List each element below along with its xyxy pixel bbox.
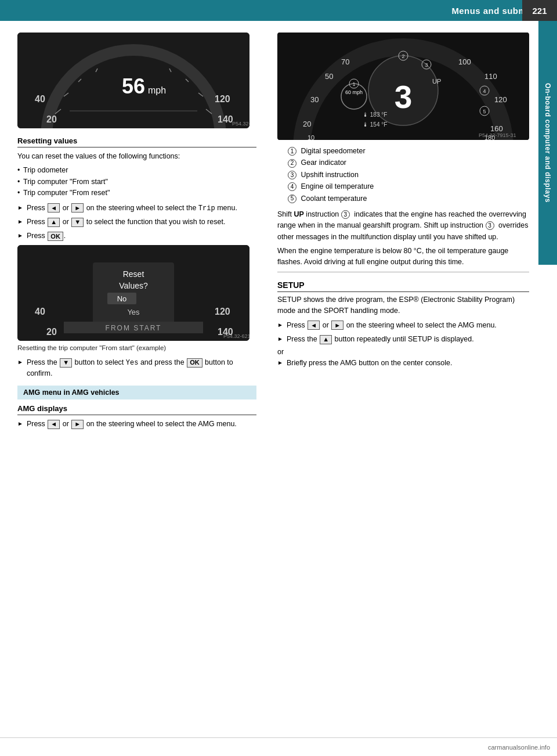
side-tab: On-board computer and displays: [538, 21, 557, 265]
svg-text:No: No: [117, 294, 127, 303]
page-number: 221: [522, 0, 557, 21]
svg-text:70: 70: [341, 57, 349, 66]
svg-text:30: 30: [310, 95, 319, 104]
list-item: Trip computer "From start": [17, 177, 256, 188]
svg-text:mph: mph: [148, 85, 166, 95]
instruction-1-text: Press ◄ or ► on the steering wheel to se…: [27, 203, 256, 214]
svg-text:UP: UP: [432, 78, 441, 85]
setup-final-text: Briefly press the AMG button on the cent…: [287, 358, 529, 369]
svg-text:FROM START: FROM START: [106, 324, 162, 332]
svg-text:120: 120: [494, 95, 507, 104]
footer: carmanualsonline.info: [0, 737, 557, 756]
up-arrow-button-2: ▲: [320, 335, 332, 344]
svg-text:10: 10: [308, 134, 314, 140]
legend-item-2: 2 Gear indicator: [277, 157, 529, 168]
list-item: Trip odometer: [17, 165, 256, 176]
svg-text:120: 120: [215, 307, 230, 316]
instruction-2: ► Press ▲ or ▼ to select the function th…: [17, 217, 256, 228]
svg-text:56: 56: [122, 74, 145, 98]
up-label: UP: [294, 210, 304, 218]
arrow-right-icon: ►: [277, 358, 283, 368]
cluster-image: 50 30 20 10 70 100 110 120 160 180 60 mp…: [277, 33, 529, 140]
legend-label-3: Upshift instruction: [301, 171, 358, 179]
instruction-3-text: Press OK.: [27, 231, 256, 242]
legend-item-3: 3 Upshift instruction: [277, 170, 529, 181]
yes-text: Yes: [126, 359, 139, 367]
arrow-right-icon: ►: [277, 321, 283, 330]
svg-text:5: 5: [483, 109, 486, 114]
down-arrow-button: ▼: [71, 218, 84, 227]
arrow-right-icon: ►: [17, 217, 23, 226]
side-tab-label: On-board computer and displays: [544, 83, 552, 203]
left-arrow-button: ◄: [48, 203, 60, 213]
svg-text:P54.32-6210-31: P54.32-6210-31: [223, 333, 249, 339]
amg-displays-heading: AMG displays: [17, 404, 256, 415]
svg-text:50: 50: [325, 72, 333, 81]
arrow-right-icon: ►: [277, 334, 283, 344]
legend-label-1: Digital speedometer: [301, 147, 365, 155]
inline-num-3b: 3: [486, 221, 494, 230]
svg-text:2: 2: [402, 53, 404, 59]
svg-text:60 mph: 60 mph: [345, 89, 363, 95]
left-arrow-button-3: ◄: [308, 321, 320, 330]
legend-num-4: 4: [288, 182, 296, 191]
svg-text:120: 120: [215, 94, 230, 104]
arrow-right-icon: ►: [17, 203, 23, 213]
legend-num-5: 5: [288, 195, 296, 203]
setup-divider: [277, 272, 529, 272]
legend-item-1: 1 Digital speedometer: [277, 146, 529, 157]
svg-text:Reset: Reset: [123, 269, 144, 279]
instruction-2-text: Press ▲ or ▼ to select the function that…: [27, 217, 256, 228]
svg-text:Values?: Values?: [119, 281, 148, 290]
legend-item-5: 5 Coolant temperature: [277, 193, 529, 204]
arrow-right-icon: ►: [17, 358, 23, 367]
setup-heading: SETUP: [277, 280, 529, 292]
reset-values-image: 20 40 120 140 Reset Values? No Yes FROM …: [17, 245, 249, 341]
legend-label-5: Coolant temperature: [301, 195, 367, 203]
legend-num-3: 3: [288, 171, 296, 179]
speedometer-image-1: 20 40 120 140 56 mph P54.32-7604-31: [17, 33, 249, 128]
right-column: 50 30 20 10 70 100 110 120 160 180 60 mp…: [267, 21, 538, 737]
svg-text:20: 20: [46, 327, 57, 337]
header-bar: Menus and submenus 221: [0, 0, 557, 21]
shift-up-text: Shift UP instruction 3 indicates that th…: [277, 209, 529, 243]
instruction-4-text: Press the ▼ button to select Yes and pre…: [27, 357, 256, 380]
svg-text:P54.32-7915-31: P54.32-7915-31: [479, 132, 516, 138]
ok-button: OK: [48, 232, 63, 241]
resetting-values-heading: Resetting values: [17, 136, 256, 147]
svg-text:160: 160: [490, 124, 503, 133]
right-arrow-button: ►: [71, 203, 84, 213]
down-arrow-button-2: ▼: [60, 358, 72, 368]
legend-item-4: 4 Engine oil temperature: [277, 181, 529, 192]
trip-menu-text: Trip: [198, 204, 215, 213]
svg-text:4: 4: [483, 88, 486, 94]
setup-instruction-2-text: Press the ▲ button repeatedly until SETU…: [287, 334, 529, 345]
amg-instruction-text: Press ◄ or ► on the steering wheel to se…: [27, 419, 256, 430]
main-content: 20 40 120 140 56 mph P54.32-7604-31 Rese…: [0, 21, 538, 737]
amg-instruction-1: ► Press ◄ or ► on the steering wheel to …: [17, 419, 256, 430]
resetting-intro: You can reset the values of the followin…: [17, 151, 256, 162]
arrow-right-icon: ►: [17, 419, 23, 429]
setup-instruction-3: ► Briefly press the AMG button on the ce…: [277, 358, 529, 369]
svg-text:140: 140: [218, 114, 233, 124]
instruction-3: ► Press OK.: [17, 231, 256, 242]
legend-label-4: Engine oil temperature: [301, 182, 374, 190]
svg-text:1: 1: [352, 81, 355, 87]
inline-num-3a: 3: [341, 210, 350, 219]
legend-num-1: 1: [288, 147, 296, 156]
svg-text:110: 110: [484, 72, 497, 81]
list-item: Trip computer "From reset": [17, 188, 256, 199]
arrow-right-icon: ►: [17, 231, 23, 240]
ok-button-2: OK: [187, 358, 202, 368]
svg-text:Yes: Yes: [127, 308, 140, 316]
up-arrow-button: ▲: [48, 218, 60, 227]
svg-text:3: 3: [425, 62, 428, 68]
right-arrow-button-2: ►: [71, 420, 84, 429]
legend-label-2: Gear indicator: [301, 159, 346, 167]
left-column: 20 40 120 140 56 mph P54.32-7604-31 Rese…: [0, 21, 267, 737]
setup-instruction-2: ► Press the ▲ button repeatedly until SE…: [277, 334, 529, 345]
left-arrow-button-2: ◄: [48, 420, 60, 429]
instruction-4: ► Press the ▼ button to select Yes and p…: [17, 357, 256, 380]
svg-text:🌡 183 °F: 🌡 183 °F: [363, 111, 387, 118]
legend-list: 1 Digital speedometer 2 Gear indicator 3…: [277, 146, 529, 204]
